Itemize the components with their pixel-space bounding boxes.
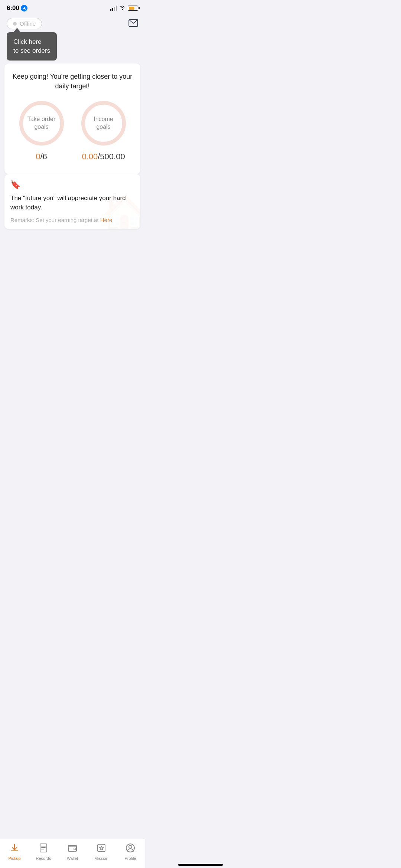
offline-badge[interactable]: Offline: [7, 18, 42, 29]
tooltip-wrapper[interactable]: Click here to see orders: [7, 32, 57, 61]
income-circle: Incomegoals: [79, 99, 128, 147]
signal-bars-icon: [110, 6, 117, 11]
income-label: Incomegoals: [94, 115, 113, 131]
offline-label: Offline: [20, 20, 36, 27]
battery-icon: [128, 6, 138, 11]
app-header: Offline: [0, 14, 145, 32]
take-order-circle: Take ordergoals: [17, 99, 66, 147]
motivation-text: The "future you" will appreciate your ha…: [10, 193, 134, 212]
take-order-value: 0/6: [36, 152, 47, 161]
mail-icon[interactable]: [128, 19, 138, 28]
remarks-link[interactable]: Here: [100, 217, 113, 223]
goal-card: Keep going! You're getting closer to you…: [4, 63, 140, 174]
bookmark-icon: 🔖: [10, 180, 134, 190]
tooltip-box[interactable]: Click here to see orders: [7, 32, 57, 61]
motivation-card: 🔖 The "future you" will appreciate your …: [4, 174, 140, 229]
tooltip-line2: to see orders: [13, 47, 50, 54]
goal-circles: Take ordergoals 0/6 Incomegoals 0.00/500…: [10, 99, 134, 161]
offline-dot: [13, 22, 17, 26]
goal-card-title: Keep going! You're getting closer to you…: [10, 72, 134, 91]
remarks-text: Remarks: Set your earning target at Here: [10, 217, 134, 223]
take-order-label: Take ordergoals: [27, 115, 56, 131]
income-value: 0.00/500.00: [82, 152, 125, 161]
status-bar: 6:00: [0, 0, 145, 14]
take-order-goal-item: Take ordergoals 0/6: [17, 99, 66, 161]
tooltip-arrow: [13, 28, 21, 32]
status-time: 6:00: [7, 4, 27, 12]
wifi-icon: [119, 5, 125, 12]
tooltip-line1: Click here: [13, 38, 42, 45]
svg-marker-0: [22, 6, 26, 9]
location-icon: [21, 5, 27, 12]
income-goal-item: Incomegoals 0.00/500.00: [79, 99, 128, 161]
status-icons: [110, 5, 138, 12]
